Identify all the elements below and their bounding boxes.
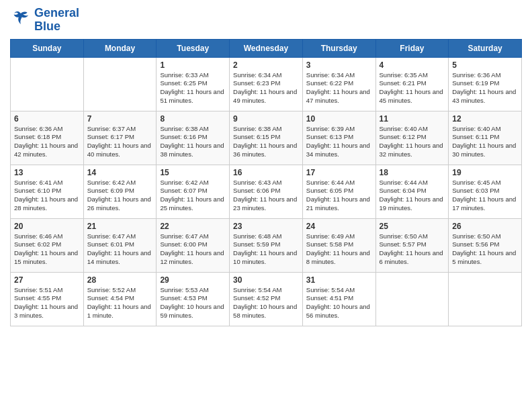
calendar-cell [449, 272, 522, 326]
day-number: 26 [452, 222, 518, 231]
day-info: Sunrise: 6:34 AM Sunset: 6:22 PM Dayligh… [306, 71, 372, 105]
day-info: Sunrise: 6:41 AM Sunset: 6:10 PM Dayligh… [14, 179, 80, 213]
day-number: 7 [87, 114, 153, 124]
logo: General Blue [10, 7, 79, 34]
calendar-cell: 6Sunrise: 6:36 AM Sunset: 6:18 PM Daylig… [11, 111, 84, 165]
calendar-week-row: 6Sunrise: 6:36 AM Sunset: 6:18 PM Daylig… [11, 111, 522, 165]
day-number: 2 [233, 60, 299, 70]
calendar-week-row: 13Sunrise: 6:41 AM Sunset: 6:10 PM Dayli… [11, 165, 522, 218]
day-info: Sunrise: 5:51 AM Sunset: 4:55 PM Dayligh… [14, 286, 80, 320]
day-info: Sunrise: 6:37 AM Sunset: 6:17 PM Dayligh… [87, 125, 153, 159]
day-info: Sunrise: 6:47 AM Sunset: 6:00 PM Dayligh… [160, 232, 226, 267]
day-header-monday: Monday [83, 39, 157, 57]
day-number: 15 [160, 168, 226, 177]
calendar-cell: 8Sunrise: 6:38 AM Sunset: 6:16 PM Daylig… [157, 111, 230, 165]
day-header-saturday: Saturday [449, 39, 522, 57]
calendar-cell: 15Sunrise: 6:42 AM Sunset: 6:07 PM Dayli… [157, 165, 230, 218]
calendar-cell: 30Sunrise: 5:54 AM Sunset: 4:52 PM Dayli… [230, 272, 303, 326]
day-info: Sunrise: 6:50 AM Sunset: 5:57 PM Dayligh… [380, 232, 445, 267]
day-info: Sunrise: 6:47 AM Sunset: 6:01 PM Dayligh… [87, 232, 153, 267]
day-info: Sunrise: 6:33 AM Sunset: 6:25 PM Dayligh… [160, 71, 226, 105]
calendar-cell: 18Sunrise: 6:44 AM Sunset: 6:04 PM Dayli… [375, 165, 449, 218]
day-number: 13 [14, 168, 80, 177]
logo-icon [10, 11, 32, 30]
day-info: Sunrise: 5:52 AM Sunset: 4:54 PM Dayligh… [87, 286, 153, 320]
calendar-cell: 12Sunrise: 6:40 AM Sunset: 6:11 PM Dayli… [449, 111, 522, 165]
calendar-cell: 5Sunrise: 6:36 AM Sunset: 6:19 PM Daylig… [449, 57, 522, 111]
calendar-cell [375, 272, 449, 326]
calendar-cell: 28Sunrise: 5:52 AM Sunset: 4:54 PM Dayli… [83, 272, 157, 326]
day-info: Sunrise: 6:42 AM Sunset: 6:09 PM Dayligh… [87, 179, 153, 213]
day-info: Sunrise: 6:46 AM Sunset: 6:02 PM Dayligh… [14, 232, 80, 267]
day-info: Sunrise: 6:45 AM Sunset: 6:03 PM Dayligh… [452, 179, 518, 213]
day-info: Sunrise: 5:53 AM Sunset: 4:53 PM Dayligh… [160, 286, 226, 320]
day-info: Sunrise: 6:36 AM Sunset: 6:19 PM Dayligh… [452, 71, 518, 105]
day-number: 6 [14, 114, 80, 124]
day-number: 23 [233, 222, 299, 231]
day-number: 12 [452, 114, 518, 124]
logo-text: General Blue [34, 7, 79, 34]
calendar-cell: 20Sunrise: 6:46 AM Sunset: 6:02 PM Dayli… [11, 218, 84, 272]
day-number: 27 [14, 275, 80, 285]
calendar-cell: 25Sunrise: 6:50 AM Sunset: 5:57 PM Dayli… [375, 218, 449, 272]
calendar-cell: 13Sunrise: 6:41 AM Sunset: 6:10 PM Dayli… [11, 165, 84, 218]
day-number: 30 [233, 275, 299, 285]
day-number: 22 [160, 222, 226, 231]
calendar-cell: 7Sunrise: 6:37 AM Sunset: 6:17 PM Daylig… [83, 111, 157, 165]
calendar-cell: 14Sunrise: 6:42 AM Sunset: 6:09 PM Dayli… [83, 165, 157, 218]
day-number: 25 [380, 222, 445, 231]
calendar-cell: 17Sunrise: 6:44 AM Sunset: 6:05 PM Dayli… [302, 165, 375, 218]
day-info: Sunrise: 6:49 AM Sunset: 5:58 PM Dayligh… [306, 232, 372, 267]
day-number: 8 [160, 114, 226, 124]
day-info: Sunrise: 6:40 AM Sunset: 6:11 PM Dayligh… [452, 125, 518, 159]
day-header-friday: Friday [375, 39, 449, 57]
calendar-cell [11, 57, 84, 111]
day-info: Sunrise: 6:36 AM Sunset: 6:18 PM Dayligh… [14, 125, 80, 159]
calendar-cell: 9Sunrise: 6:38 AM Sunset: 6:15 PM Daylig… [230, 111, 303, 165]
day-number: 24 [306, 222, 372, 231]
calendar-cell [83, 57, 157, 111]
calendar-cell: 19Sunrise: 6:45 AM Sunset: 6:03 PM Dayli… [449, 165, 522, 218]
day-number: 16 [233, 168, 299, 177]
calendar-cell: 26Sunrise: 6:50 AM Sunset: 5:56 PM Dayli… [449, 218, 522, 272]
day-info: Sunrise: 6:38 AM Sunset: 6:15 PM Dayligh… [233, 125, 299, 159]
day-number: 31 [306, 275, 372, 285]
day-header-tuesday: Tuesday [157, 39, 230, 57]
day-info: Sunrise: 5:54 AM Sunset: 4:51 PM Dayligh… [306, 286, 372, 320]
page-header: General Blue [10, 7, 522, 34]
day-number: 3 [306, 60, 372, 70]
day-info: Sunrise: 6:44 AM Sunset: 6:04 PM Dayligh… [380, 179, 445, 213]
calendar-cell: 21Sunrise: 6:47 AM Sunset: 6:01 PM Dayli… [83, 218, 157, 272]
day-info: Sunrise: 6:40 AM Sunset: 6:12 PM Dayligh… [380, 125, 445, 159]
calendar-cell: 11Sunrise: 6:40 AM Sunset: 6:12 PM Dayli… [375, 111, 449, 165]
day-number: 11 [380, 114, 445, 124]
day-info: Sunrise: 6:48 AM Sunset: 5:59 PM Dayligh… [233, 232, 299, 267]
day-header-wednesday: Wednesday [230, 39, 303, 57]
day-number: 14 [87, 168, 153, 177]
day-number: 17 [306, 168, 372, 177]
day-number: 21 [87, 222, 153, 231]
calendar-cell: 4Sunrise: 6:35 AM Sunset: 6:21 PM Daylig… [375, 57, 449, 111]
calendar-cell: 27Sunrise: 5:51 AM Sunset: 4:55 PM Dayli… [11, 272, 84, 326]
day-number: 20 [14, 222, 80, 231]
day-info: Sunrise: 6:43 AM Sunset: 6:06 PM Dayligh… [233, 179, 299, 213]
day-number: 28 [87, 275, 153, 285]
day-number: 29 [160, 275, 226, 285]
day-number: 19 [452, 168, 518, 177]
calendar-cell: 1Sunrise: 6:33 AM Sunset: 6:25 PM Daylig… [157, 57, 230, 111]
calendar-week-row: 1Sunrise: 6:33 AM Sunset: 6:25 PM Daylig… [11, 57, 522, 111]
day-info: Sunrise: 5:54 AM Sunset: 4:52 PM Dayligh… [233, 286, 299, 320]
day-info: Sunrise: 6:44 AM Sunset: 6:05 PM Dayligh… [306, 179, 372, 213]
calendar-week-row: 27Sunrise: 5:51 AM Sunset: 4:55 PM Dayli… [11, 272, 522, 326]
calendar-cell: 31Sunrise: 5:54 AM Sunset: 4:51 PM Dayli… [302, 272, 375, 326]
day-number: 4 [380, 60, 445, 70]
day-header-sunday: Sunday [11, 39, 84, 57]
calendar-week-row: 20Sunrise: 6:46 AM Sunset: 6:02 PM Dayli… [11, 218, 522, 272]
day-info: Sunrise: 6:50 AM Sunset: 5:56 PM Dayligh… [452, 232, 518, 267]
day-header-thursday: Thursday [302, 39, 375, 57]
day-info: Sunrise: 6:38 AM Sunset: 6:16 PM Dayligh… [160, 125, 226, 159]
day-info: Sunrise: 6:35 AM Sunset: 6:21 PM Dayligh… [380, 71, 445, 105]
day-number: 10 [306, 114, 372, 124]
calendar-cell: 24Sunrise: 6:49 AM Sunset: 5:58 PM Dayli… [302, 218, 375, 272]
calendar-header-row: SundayMondayTuesdayWednesdayThursdayFrid… [11, 39, 522, 57]
